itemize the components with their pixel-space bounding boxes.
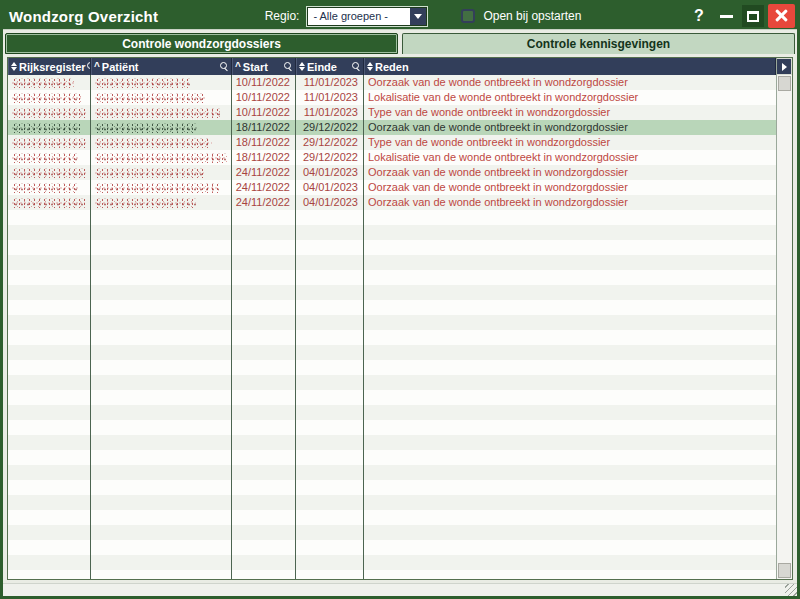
redacted-patient (95, 198, 196, 208)
close-button[interactable] (768, 4, 795, 28)
redacted-rijksregister (12, 198, 85, 208)
cell-start: 10/11/2022 (232, 75, 296, 90)
scrollbar-track[interactable] (777, 75, 792, 579)
app-window: Wondzorg Overzicht Regio: - Alle groepen… (0, 0, 800, 599)
column-header-einde[interactable]: Einde (296, 58, 364, 75)
column-header-patint[interactable]: ^Patiënt (91, 58, 232, 75)
maximize-button[interactable] (742, 5, 764, 27)
cell-einde: 29/12/2022 (296, 135, 364, 150)
cell-reden: Oorzaak van de wonde ontbreekt in wondzo… (364, 75, 776, 90)
redacted-patient (95, 183, 219, 193)
redacted-rijksregister (12, 93, 81, 103)
tab-controle-kennisgevingen[interactable]: Controle kennisgevingen (402, 33, 795, 54)
open-on-startup-checkbox[interactable] (461, 9, 475, 23)
table-grid: Rijksregister^Patiënt^StartEindeReden 10… (8, 58, 776, 579)
maximize-icon (747, 11, 759, 22)
scroll-down-button[interactable] (778, 563, 791, 578)
column-header-label: Reden (375, 61, 409, 73)
column-header-label: Start (243, 61, 268, 73)
cell-einde: 29/12/2022 (296, 150, 364, 165)
search-icon[interactable] (351, 62, 361, 72)
cell-reden: Type van de wonde ontbreekt in wondzorgd… (364, 105, 776, 120)
page-title: Wondzorg Overzicht (9, 8, 158, 25)
sort-ascending-icon: ^ (94, 61, 100, 72)
column-header-label: Rijksregister (19, 61, 86, 73)
help-button[interactable]: ? (688, 5, 710, 27)
cell-reden: Lokalisatie van de wonde ontbreekt in wo… (364, 150, 776, 165)
cell-einde: 29/12/2022 (296, 120, 364, 135)
table-row[interactable]: 10/11/202211/01/2023Lokalisatie van de w… (8, 90, 776, 105)
minimize-button[interactable] (716, 5, 738, 27)
table-header-row: Rijksregister^Patiënt^StartEindeReden (8, 58, 776, 75)
region-group: Regio: - Alle groepen - (265, 7, 428, 26)
cell-reden: Oorzaak van de wonde ontbreekt in wondzo… (364, 180, 776, 195)
cell-start: 24/11/2022 (232, 180, 296, 195)
content-panel: Rijksregister^Patiënt^StartEindeReden 10… (3, 54, 797, 583)
tab-controle-wondzorgdossiers[interactable]: Controle wondzorgdossiers (5, 33, 398, 54)
table-row[interactable]: 18/11/202229/12/2022Type van de wonde on… (8, 135, 776, 150)
cell-reden: Type van de wonde ontbreekt in wondzorgd… (364, 135, 776, 150)
cell-start: 18/11/2022 (232, 135, 296, 150)
cell-einde: 11/01/2023 (296, 105, 364, 120)
redacted-rijksregister (12, 138, 86, 148)
resize-grip-icon[interactable] (785, 584, 797, 596)
redacted-patient (95, 78, 190, 88)
cell-einde: 11/01/2023 (296, 75, 364, 90)
table-row[interactable]: 24/11/202204/01/2023Oorzaak van de wonde… (8, 180, 776, 195)
redacted-patient (95, 153, 227, 163)
table-row[interactable]: 24/11/202204/01/2023Oorzaak van de wonde… (8, 165, 776, 180)
redacted-rijksregister (12, 78, 74, 88)
redacted-rijksregister (12, 108, 86, 118)
chevron-down-icon[interactable] (410, 8, 426, 25)
header-options-button[interactable] (777, 58, 792, 75)
sort-icon (11, 62, 17, 71)
cell-reden: Lokalisatie van de wonde ontbreekt in wo… (364, 90, 776, 105)
redacted-rijksregister (12, 153, 79, 163)
cell-start: 18/11/2022 (232, 150, 296, 165)
redacted-patient (95, 93, 205, 103)
table-row[interactable]: 24/11/202204/01/2023Oorzaak van de wonde… (8, 195, 776, 210)
column-header-label: Einde (307, 61, 337, 73)
sort-ascending-icon: ^ (235, 61, 241, 72)
tab-label: Controle wondzorgdossiers (122, 37, 281, 51)
sort-icon (367, 62, 373, 71)
cell-start: 10/11/2022 (232, 90, 296, 105)
redacted-patient (95, 168, 204, 178)
cell-start: 10/11/2022 (232, 105, 296, 120)
column-header-rijksregister[interactable]: Rijksregister (8, 58, 91, 75)
title-bar: Wondzorg Overzicht Regio: - Alle groepen… (3, 3, 797, 29)
triangle-right-icon (782, 63, 787, 71)
table-row[interactable]: 18/11/202229/12/2022Oorzaak van de wonde… (8, 120, 776, 135)
table-row[interactable]: 10/11/202211/01/2023Type van de wonde on… (8, 105, 776, 120)
window-controls: ? (688, 4, 795, 28)
table-body: 10/11/202211/01/2023Oorzaak van de wonde… (8, 75, 776, 579)
minimize-icon (720, 15, 733, 18)
cell-start: 18/11/2022 (232, 120, 296, 135)
column-header-label: Patiënt (102, 61, 139, 73)
redacted-rijksregister (12, 183, 78, 193)
tab-strip: Controle wondzorgdossiers Controle kenni… (3, 29, 797, 54)
redacted-patient (95, 108, 220, 118)
search-icon[interactable] (283, 62, 293, 72)
column-header-start[interactable]: ^Start (232, 58, 296, 75)
region-label: Regio: (265, 9, 300, 23)
cell-einde: 04/01/2023 (296, 180, 364, 195)
scroll-up-button[interactable] (778, 76, 791, 91)
open-on-startup-group: Open bij opstarten (461, 9, 581, 23)
redacted-patient (95, 138, 212, 148)
status-bar (3, 583, 797, 596)
open-on-startup-label: Open bij opstarten (483, 9, 581, 23)
table-row[interactable]: 10/11/202211/01/2023Oorzaak van de wonde… (8, 75, 776, 90)
vertical-scrollbar[interactable] (776, 58, 792, 579)
cell-reden: Oorzaak van de wonde ontbreekt in wondzo… (364, 120, 776, 135)
cell-reden: Oorzaak van de wonde ontbreekt in wondzo… (364, 165, 776, 180)
search-icon[interactable] (219, 62, 229, 72)
region-select[interactable]: - Alle groepen - (307, 7, 427, 26)
redacted-rijksregister (12, 168, 86, 178)
cell-einde: 04/01/2023 (296, 165, 364, 180)
column-header-reden[interactable]: Reden (364, 58, 776, 75)
table-row[interactable]: 18/11/202229/12/2022Lokalisatie van de w… (8, 150, 776, 165)
sort-icon (299, 62, 305, 71)
cell-einde: 11/01/2023 (296, 90, 364, 105)
redacted-rijksregister (12, 123, 80, 133)
